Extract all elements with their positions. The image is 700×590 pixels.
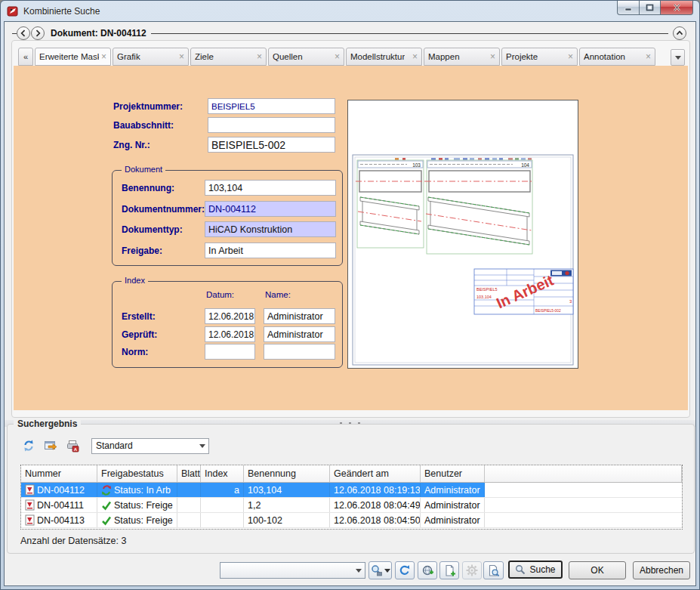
new-document-button[interactable]: [439, 561, 459, 579]
cell-index: [201, 513, 244, 527]
close-button[interactable]: [661, 1, 693, 15]
tab-scroll-left-button[interactable]: «: [18, 48, 33, 66]
globe-new-icon: [421, 564, 434, 577]
cell-benutzer: Administrator: [421, 483, 485, 497]
tab-overflow-button[interactable]: [671, 49, 685, 66]
cell-benutzer: Administrator: [421, 513, 485, 527]
printer-icon: A: [66, 439, 79, 453]
erstellt-name-field[interactable]: Administrator: [264, 308, 335, 324]
tab-grafik[interactable]: Grafik×: [113, 48, 189, 66]
tab-close-icon[interactable]: ×: [179, 52, 184, 61]
zng-nr-field[interactable]: BEISPIEL5-002: [208, 137, 335, 153]
status-in-progress-icon: [101, 485, 112, 496]
tab-close-icon[interactable]: ×: [646, 52, 651, 61]
tab-close-icon[interactable]: ×: [101, 52, 106, 61]
export-results-button[interactable]: [42, 437, 60, 454]
tab-close-icon[interactable]: ×: [335, 52, 340, 61]
preview-document-button[interactable]: [483, 561, 504, 579]
drawing-preview[interactable]: 103: [347, 100, 578, 369]
titlebar[interactable]: Kombinierte Suche: [1, 1, 699, 21]
bauabschnitt-label: Bauabschnitt:: [113, 120, 174, 131]
tab-close-icon[interactable]: ×: [412, 52, 418, 61]
dokument-group-title: Dokument: [122, 165, 165, 174]
chevron-left-icon: [18, 28, 29, 39]
projektnummer-field[interactable]: BEISPIEL5: [208, 98, 335, 114]
search-mask-form: Projektnummer: BEISPIEL5 Bauabschnitt: Z…: [14, 66, 688, 410]
cell-nummer: DN-004113: [37, 515, 85, 526]
suche-button-label: Suche: [529, 564, 555, 575]
result-view-select[interactable]: Standard: [91, 438, 209, 454]
erstellt-label: Erstellt:: [122, 311, 156, 322]
table-row[interactable]: DN-004113 Status: Freige 100-102 12.06.2…: [21, 513, 682, 528]
column-header-freigabestatus[interactable]: Freigabestatus: [97, 465, 177, 482]
tab-close-icon[interactable]: ×: [490, 52, 495, 61]
tab-erweiterte-maske[interactable]: Erweiterte Mask×: [35, 48, 111, 66]
document-panel: « Erweiterte Mask× Grafik× Ziele× Quelle…: [11, 40, 690, 418]
dokumenttyp-field[interactable]: HiCAD Konstruktion: [205, 221, 336, 237]
saved-search-select[interactable]: [220, 562, 365, 579]
norm-label: Norm:: [122, 347, 148, 357]
tab-label: Modellstruktur: [350, 52, 405, 61]
bauabschnitt-field[interactable]: [208, 117, 335, 133]
table-row[interactable]: DN-004111 Status: Freige 1,2 12.06.2018 …: [21, 498, 682, 513]
column-header-index[interactable]: Index: [201, 465, 244, 482]
tab-projekte[interactable]: Projekte×: [501, 48, 578, 66]
cell-blatt: [177, 483, 201, 497]
previous-record-button[interactable]: [17, 26, 30, 40]
erstellt-datum-field[interactable]: 12.06.2018: [205, 308, 255, 324]
tab-close-icon[interactable]: ×: [568, 52, 573, 61]
svg-text:103: 103: [412, 162, 421, 168]
tab-quellen[interactable]: Quellen×: [268, 48, 344, 66]
geprueft-datum-field[interactable]: 12.06.2018: [205, 326, 255, 342]
zng-nr-label: Zng. Nr.:: [113, 140, 150, 150]
cell-benennung: 1,2: [244, 498, 330, 512]
close-icon: [673, 4, 681, 11]
combo-dropdown-button[interactable]: [352, 563, 365, 578]
save-search-button[interactable]: [369, 561, 392, 579]
drawing-preview-image: 103: [348, 100, 578, 368]
refresh-button[interactable]: [395, 561, 415, 579]
next-record-button[interactable]: [31, 26, 45, 40]
chevron-down-icon: [199, 444, 205, 448]
freigabe-field[interactable]: In Arbeit: [205, 242, 336, 258]
tab-label: Projekte: [506, 52, 538, 61]
norm-name-field[interactable]: [264, 344, 335, 360]
tab-annotation[interactable]: Annotation×: [579, 48, 655, 66]
column-header-geaendert-am[interactable]: Geändert am: [330, 465, 421, 482]
cell-index: a: [201, 483, 244, 497]
column-header-benennung[interactable]: Benennung: [244, 465, 330, 482]
abbrechen-button-label: Abbrechen: [640, 565, 683, 576]
abbrechen-button[interactable]: Abbrechen: [633, 561, 690, 579]
minimize-button[interactable]: [617, 1, 639, 15]
result-view-value: Standard: [92, 440, 196, 451]
tab-ziele[interactable]: Ziele×: [190, 48, 267, 66]
column-header-benutzer[interactable]: Benutzer: [421, 465, 485, 482]
minimize-icon: [624, 5, 632, 11]
chevron-down-icon: [675, 56, 681, 60]
svg-text:103,104: 103,104: [476, 295, 492, 299]
geprueft-name-field[interactable]: Administrator: [264, 326, 335, 342]
dokumentnummer-field[interactable]: DN-004112: [205, 201, 336, 217]
norm-datum-field[interactable]: [205, 344, 255, 360]
document-icon: [25, 484, 35, 496]
benennung-field[interactable]: 103,104: [205, 180, 336, 196]
column-header-nummer[interactable]: Nummer: [21, 465, 97, 482]
suche-button[interactable]: Suche: [508, 561, 563, 579]
ok-button-label: OK: [591, 565, 603, 576]
maximize-button[interactable]: [639, 1, 661, 15]
tab-mappen[interactable]: Mappen×: [424, 48, 500, 66]
table-header-row: Nummer Freigabestatus Blatt Index Benenn…: [21, 465, 682, 483]
refresh-results-button[interactable]: [20, 437, 38, 454]
document-title: Dokument: DN-004112: [51, 28, 146, 39]
tab-modellstruktur[interactable]: Modellstruktur×: [346, 48, 422, 66]
settings-button[interactable]: [462, 561, 482, 579]
combo-dropdown-button[interactable]: [196, 439, 208, 453]
new-search-button[interactable]: [418, 561, 437, 579]
ok-button[interactable]: OK: [569, 561, 626, 579]
column-header-blatt[interactable]: Blatt: [177, 465, 201, 482]
print-results-button[interactable]: A: [63, 437, 82, 454]
collapse-panel-button[interactable]: [673, 26, 686, 40]
tab-close-icon[interactable]: ×: [257, 52, 262, 61]
tab-label: Annotation: [584, 52, 625, 61]
table-row[interactable]: DN-004112 Status: In Arb a 103,104 12.06…: [21, 483, 682, 498]
